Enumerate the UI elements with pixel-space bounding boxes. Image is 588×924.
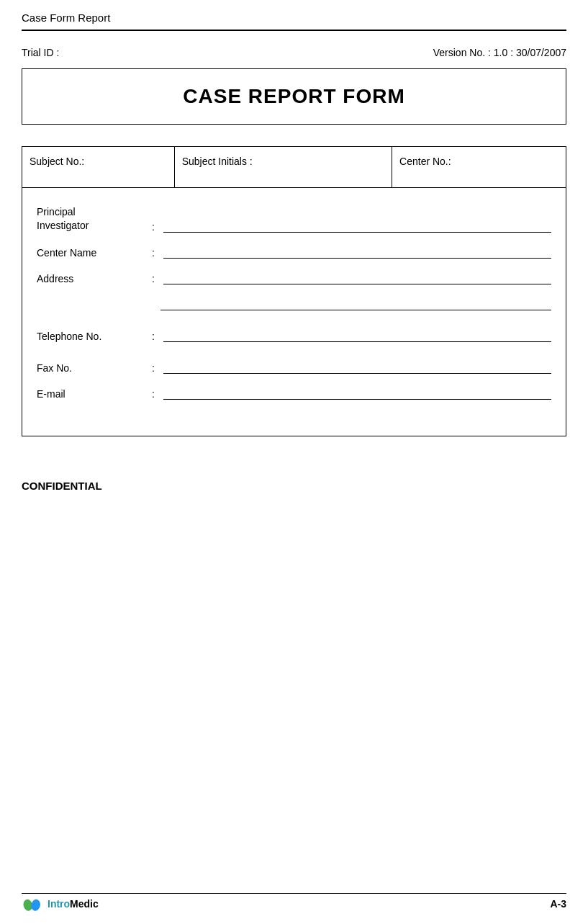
fax-row: Fax No. : bbox=[37, 355, 551, 374]
email-label: E-mail bbox=[37, 388, 152, 400]
address-extra-underline bbox=[160, 296, 551, 310]
center-name-row: Center Name : bbox=[37, 240, 551, 259]
page-header: Case Form Report bbox=[22, 0, 566, 31]
trial-id-label: Trial ID : bbox=[22, 47, 59, 58]
meta-row: Trial ID : Version No. : 1.0 : 30/07/200… bbox=[22, 40, 566, 68]
pi-label: Principal Investigator bbox=[37, 205, 152, 233]
pi-colon: : bbox=[152, 221, 155, 233]
center-no-label: Center No.: bbox=[399, 156, 451, 167]
center-no-cell: Center No.: bbox=[392, 147, 566, 188]
address-label: Address bbox=[37, 273, 152, 284]
title-box: CASE REPORT FORM bbox=[22, 68, 566, 125]
fax-colon: : bbox=[152, 362, 155, 374]
subject-no-cell: Subject No.: bbox=[22, 147, 175, 188]
header-title: Case Form Report bbox=[22, 12, 110, 24]
pi-underline bbox=[163, 218, 551, 233]
page-container: Case Form Report Trial ID : Version No. … bbox=[0, 0, 588, 924]
subject-table: Subject No.: Subject Initials : Center N… bbox=[22, 146, 566, 188]
footer: IntroMedic A-3 bbox=[22, 893, 566, 910]
telephone-label: Telephone No. bbox=[37, 331, 152, 342]
principal-investigator-row: Principal Investigator : bbox=[37, 201, 551, 233]
telephone-colon: : bbox=[152, 331, 155, 342]
email-row: E-mail : bbox=[37, 381, 551, 400]
center-name-underline bbox=[163, 244, 551, 259]
email-underline bbox=[163, 385, 551, 400]
subject-initials-cell: Subject Initials : bbox=[174, 147, 392, 188]
center-name-label: Center Name bbox=[37, 247, 152, 259]
info-section: Principal Investigator : Center Name : A… bbox=[22, 188, 566, 436]
fax-label: Fax No. bbox=[37, 362, 152, 374]
confidential-text: CONFIDENTIAL bbox=[22, 480, 566, 492]
version-number: Version No. : 1.0 : 30/07/2007 bbox=[433, 47, 566, 58]
telephone-underline bbox=[163, 328, 551, 342]
subject-initials-label: Subject Initials : bbox=[182, 156, 253, 167]
email-colon: : bbox=[152, 388, 155, 400]
fax-underline bbox=[163, 359, 551, 374]
address-extra-row bbox=[37, 292, 551, 310]
address-colon: : bbox=[152, 273, 155, 284]
svg-point-1 bbox=[30, 898, 41, 912]
page-number: A-3 bbox=[550, 898, 566, 910]
telephone-row: Telephone No. : bbox=[37, 323, 551, 342]
footer-logo-area: IntroMedic bbox=[22, 896, 99, 912]
logo-svg bbox=[22, 896, 45, 912]
form-title: CASE REPORT FORM bbox=[183, 85, 404, 107]
subject-no-label: Subject No.: bbox=[30, 156, 84, 167]
logo-text: IntroMedic bbox=[48, 898, 99, 910]
address-underline bbox=[163, 270, 551, 284]
center-name-colon: : bbox=[152, 247, 155, 259]
subject-row: Subject No.: Subject Initials : Center N… bbox=[22, 147, 566, 188]
address-row: Address : bbox=[37, 266, 551, 284]
intromedic-logo: IntroMedic bbox=[22, 896, 99, 912]
